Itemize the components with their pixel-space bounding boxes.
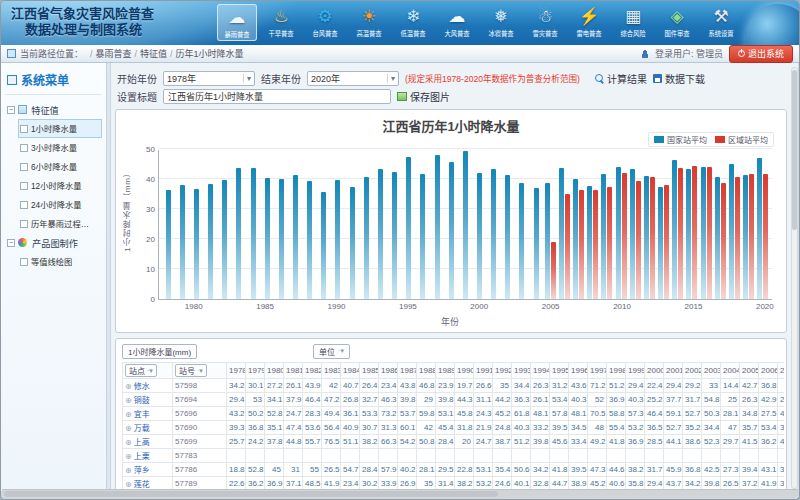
horizontal-scrollbar[interactable] [2,489,798,498]
station-name-cell[interactable]: ⊕修水 [123,379,173,393]
expand-icon[interactable]: ⊕ [125,480,132,489]
tree-item-0-1[interactable]: 3小时降水量 [18,138,102,157]
bar-national-1978[interactable] [166,190,171,300]
table-row[interactable]: ⊕萍乡5778618.852.845315526.554.728.457.940… [123,463,785,477]
bar-national-1990[interactable] [335,180,340,299]
bar-national-1983[interactable] [236,168,241,299]
bar-regional-2006[interactable] [565,194,570,299]
bar-regional-2020[interactable] [763,174,768,299]
station-name-cell[interactable]: ⊕宜丰 [123,407,173,421]
bar-regional-2005[interactable] [551,242,556,299]
tree-item-0-2[interactable]: 6小时降水量 [18,157,102,176]
end-year-select[interactable]: 2020年▾ [307,71,399,86]
unit-chip[interactable]: 单位 ·▾ [313,344,350,359]
bar-national-2001[interactable] [491,169,496,299]
tree-toggle-icon[interactable]: − [7,106,15,114]
bar-national-2000[interactable] [477,173,482,299]
bar-national-1989[interactable] [321,192,326,299]
expand-icon[interactable]: ⊕ [125,382,132,391]
tree-item-0-5[interactable]: 历年暴雨过程平均雨量 [18,214,102,233]
bar-national-2013[interactable] [658,187,663,299]
chart-title-input[interactable]: 江西省历年1小时降水量 [163,89,391,104]
bar-national-2016[interactable] [701,167,706,299]
table-row[interactable]: ⊕上高5769925.724.237.844.855.776.551.138.2… [123,435,785,449]
table-row[interactable]: ⊕铜鼓5769429.45334.137.946.447.226.832.746… [123,393,785,407]
toolbar-snow-survey[interactable]: ☃雪灾普查 [525,4,565,41]
bar-national-2012[interactable] [644,176,649,299]
toolbar-gale-survey[interactable]: ☁大风普查 [437,4,477,41]
tree-item-0-0[interactable]: 1小时降水量 [18,119,102,138]
station-name-cell[interactable]: ⊕万载 [123,421,173,435]
expand-icon[interactable]: ⊕ [125,452,132,461]
bar-national-2008[interactable] [587,186,592,299]
bar-national-2018[interactable] [729,164,734,299]
expand-icon[interactable]: ⊕ [125,396,132,405]
tree-node-1[interactable]: −产品图制作 [5,233,102,252]
bar-regional-2011[interactable] [636,181,641,300]
toolbar-map-review[interactable]: ◈图件审查 [657,4,697,41]
toolbar-low-temp-survey[interactable]: ❄低温普查 [393,4,433,41]
bar-national-2006[interactable] [559,168,564,299]
toolbar-composite-risk[interactable]: ▦综合风险 [613,4,653,41]
bar-national-2004[interactable] [534,188,539,299]
bar-national-1985[interactable] [265,178,270,300]
station-name-cell[interactable]: ⊕上栗 [123,449,173,463]
toolbar-rainstorm-survey[interactable]: ☁暴雨普查 [217,4,257,41]
breadcrumb-item[interactable]: 特征值 [140,49,167,59]
bar-national-1997[interactable] [435,155,440,299]
tree-item-0-4[interactable]: 24小时降水量 [18,195,102,214]
bar-regional-2010[interactable] [622,173,627,299]
bar-national-2003[interactable] [519,183,524,299]
bar-national-1998[interactable] [449,162,454,299]
tree-toggle-icon[interactable]: − [7,239,15,247]
download-button[interactable]: 数据下载 [653,71,705,86]
expand-icon[interactable]: ⊕ [125,466,132,475]
toolbar-lightning-survey[interactable]: ⚡雷电普查 [569,4,609,41]
vertical-scrollbar[interactable] [791,67,798,489]
toolbar-hail-survey[interactable]: ❅冰雹普查 [481,4,521,41]
table-row[interactable]: ⊕宜丰5769643.250.252.824.728.349.436.153.3… [123,407,785,421]
bar-national-1994[interactable] [392,172,397,300]
toolbar-drought-survey[interactable]: ♨干旱普查 [261,4,301,41]
bar-national-2020[interactable] [757,158,762,299]
bar-national-1996[interactable] [420,174,425,299]
breadcrumb-item[interactable]: 暴雨普查 [96,49,132,59]
bar-national-2011[interactable] [630,169,635,300]
logout-button[interactable]: 退出系统 [729,45,793,63]
calculate-button[interactable]: 计算结果 [595,71,647,86]
bar-regional-2014[interactable] [678,168,683,299]
save-image-button[interactable]: 保存图片 [397,89,450,104]
table-row[interactable]: ⊕上栗57783 [123,449,785,463]
vertical-scrollbar-thumb[interactable] [792,70,797,230]
bar-national-1982[interactable] [222,180,227,299]
bar-regional-2016[interactable] [707,167,712,299]
bar-national-2015[interactable] [686,169,691,299]
tree-node-0[interactable]: −特征值 [5,100,102,119]
code-column-header[interactable]: 站号·▾ [173,363,227,379]
toolbar-typhoon-survey[interactable]: ⚙台风普查 [305,4,345,41]
tree-item-1-0[interactable]: 等值线绘图 [18,252,102,271]
bar-national-2007[interactable] [573,179,578,299]
expand-icon[interactable]: ⊕ [125,410,132,419]
bar-national-1999[interactable] [463,151,468,299]
bar-national-1984[interactable] [251,168,256,299]
toolbar-high-temp-survey[interactable]: ☀高温普查 [349,4,389,41]
bar-national-1980[interactable] [194,189,199,299]
table-row[interactable]: ⊕万载5769039.336.835.147.453.656.440.930.7… [123,421,785,435]
bar-regional-2012[interactable] [650,177,655,299]
bar-national-2002[interactable] [505,175,510,299]
station-name-cell[interactable]: ⊕萍乡 [123,463,173,477]
tree-item-0-3[interactable]: 12小时降水量 [18,176,102,195]
bar-regional-2018[interactable] [735,177,740,299]
bar-national-1991[interactable] [350,187,355,300]
breadcrumb-item[interactable]: 历年1小时降水量 [176,49,244,59]
bar-regional-2013[interactable] [664,185,669,299]
measure-chip[interactable]: 1小时降水量(mm) [122,344,197,359]
station-name-cell[interactable]: ⊕上高 [123,435,173,449]
bar-national-2009[interactable] [601,174,606,299]
bar-national-1986[interactable] [279,179,284,299]
expand-icon[interactable]: ⊕ [125,424,132,433]
bar-national-2019[interactable] [743,175,748,299]
expand-icon[interactable]: ⊕ [125,438,132,447]
bar-national-1981[interactable] [208,184,213,299]
